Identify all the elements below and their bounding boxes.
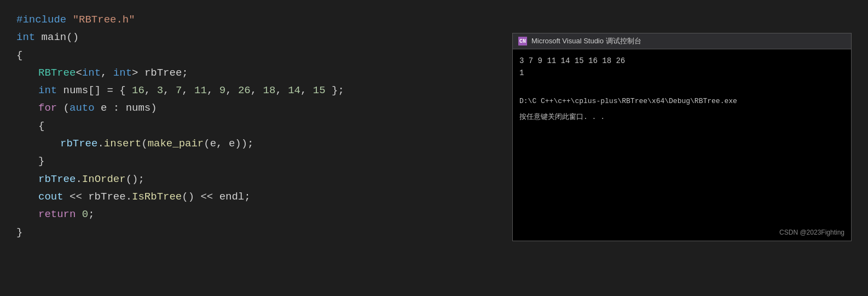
credit-text: CSDN @2023Fighting	[779, 229, 844, 236]
console-titlebar: CN Microsoft Visual Studio 调试控制台	[513, 33, 851, 49]
brace-open: {	[16, 47, 22, 64]
include-file: "RBTree.h"	[73, 11, 135, 29]
code-line: #include "RBTree.h"	[16, 11, 501, 29]
keyword-include: #include	[16, 11, 73, 29]
code-line: rbTree.insert(make_pair(e, e));	[16, 135, 501, 152]
code-line: int nums[] = { 16, 3, 7, 11, 9, 26, 18, …	[16, 82, 501, 99]
console-body: 3 7 9 11 14 15 16 18 26 1 D:\C C++\c++\c…	[513, 49, 851, 227]
console-title: Microsoft Visual Studio 调试控制台	[531, 36, 641, 46]
type-rbtree: RBTree	[38, 64, 76, 82]
console-window: CN Microsoft Visual Studio 调试控制台 3 7 9 1…	[512, 33, 852, 241]
code-line: {	[16, 47, 501, 64]
keyword-int: int	[16, 29, 35, 46]
code-line: }	[16, 152, 501, 170]
code-line: }	[16, 224, 501, 241]
code-line: cout << rbTree.IsRbTree() << endl;	[16, 188, 501, 206]
code-line: for (auto e : nums)	[16, 99, 501, 117]
console-result: 1	[519, 67, 844, 79]
console-blank	[519, 79, 844, 92]
code-line: int main()	[16, 29, 501, 46]
console-close-msg: 按任意键关闭此窗口. . .	[519, 112, 844, 123]
code-line: {	[16, 117, 501, 135]
code-line: return 0;	[16, 206, 501, 223]
console-footer: CSDN @2023Fighting	[513, 227, 851, 241]
main-sig: main()	[35, 29, 79, 46]
console-app-icon: CN	[518, 37, 527, 45]
console-sorted-numbers: 3 7 9 11 14 15 16 18 26	[519, 55, 844, 67]
console-path: D:\C C++\c++\cplus-plus\RBTree\x64\Debug…	[519, 96, 844, 107]
code-editor: #include "RBTree.h" int main() { RBTree<…	[0, 0, 512, 296]
code-line: rbTree.InOrder();	[16, 170, 501, 188]
code-line: RBTree<int, int> rbTree;	[16, 64, 501, 82]
